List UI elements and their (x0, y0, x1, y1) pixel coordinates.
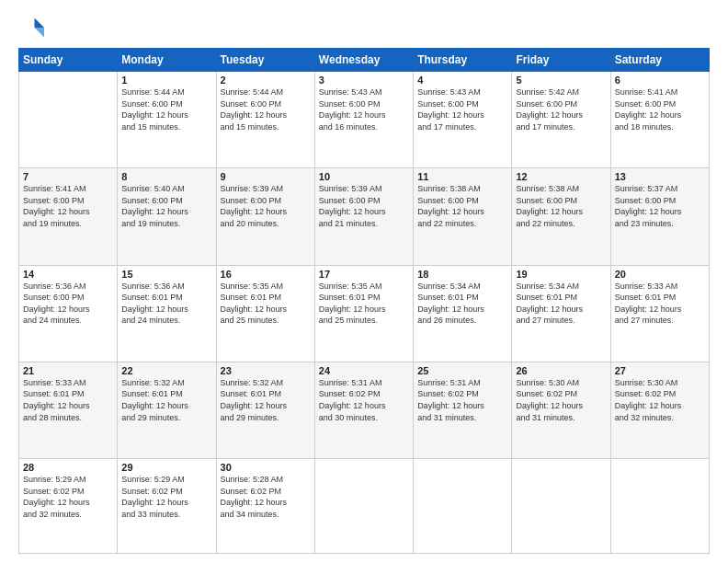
weekday-header-monday: Monday (118, 49, 216, 72)
day-info: Sunrise: 5:37 AM Sunset: 6:00 PM Dayligh… (615, 183, 705, 229)
day-number: 26 (516, 365, 606, 376)
calendar-cell: 29Sunrise: 5:29 AM Sunset: 6:02 PM Dayli… (118, 459, 216, 554)
svg-marker-0 (35, 18, 45, 29)
logo-icon (18, 15, 44, 40)
calendar-cell: 15Sunrise: 5:36 AM Sunset: 6:01 PM Dayli… (118, 265, 216, 362)
calendar-cell (414, 459, 512, 554)
calendar-cell: 7Sunrise: 5:41 AM Sunset: 6:00 PM Daylig… (19, 168, 118, 265)
calendar-body: 1Sunrise: 5:44 AM Sunset: 6:00 PM Daylig… (19, 72, 710, 554)
day-info: Sunrise: 5:30 AM Sunset: 6:02 PM Dayligh… (615, 377, 705, 423)
day-info: Sunrise: 5:41 AM Sunset: 6:00 PM Dayligh… (23, 183, 113, 229)
day-info: Sunrise: 5:30 AM Sunset: 6:02 PM Dayligh… (516, 377, 606, 423)
weekday-header-thursday: Thursday (414, 49, 512, 72)
calendar-cell: 16Sunrise: 5:35 AM Sunset: 6:01 PM Dayli… (216, 265, 314, 362)
day-number: 5 (516, 75, 606, 86)
day-info: Sunrise: 5:33 AM Sunset: 6:01 PM Dayligh… (23, 377, 113, 423)
calendar-cell: 20Sunrise: 5:33 AM Sunset: 6:01 PM Dayli… (610, 265, 709, 362)
day-number: 17 (319, 269, 409, 280)
day-number: 30 (221, 462, 311, 473)
day-info: Sunrise: 5:43 AM Sunset: 6:00 PM Dayligh… (417, 86, 507, 132)
day-info: Sunrise: 5:31 AM Sunset: 6:02 PM Dayligh… (319, 377, 409, 423)
day-number: 19 (516, 269, 606, 280)
calendar-cell: 18Sunrise: 5:34 AM Sunset: 6:01 PM Dayli… (414, 265, 512, 362)
weekday-header-sunday: Sunday (19, 49, 118, 72)
calendar-cell: 9Sunrise: 5:39 AM Sunset: 6:00 PM Daylig… (216, 168, 314, 265)
calendar-cell: 24Sunrise: 5:31 AM Sunset: 6:02 PM Dayli… (314, 362, 413, 458)
calendar-week-2: 7Sunrise: 5:41 AM Sunset: 6:00 PM Daylig… (19, 168, 710, 265)
calendar-cell: 1Sunrise: 5:44 AM Sunset: 6:00 PM Daylig… (118, 72, 216, 168)
day-number: 2 (221, 75, 311, 86)
day-info: Sunrise: 5:43 AM Sunset: 6:00 PM Dayligh… (319, 86, 409, 132)
day-info: Sunrise: 5:41 AM Sunset: 6:00 PM Dayligh… (615, 86, 705, 132)
calendar-cell: 17Sunrise: 5:35 AM Sunset: 6:01 PM Dayli… (314, 265, 413, 362)
calendar-cell (512, 459, 610, 554)
calendar-cell: 23Sunrise: 5:32 AM Sunset: 6:01 PM Dayli… (216, 362, 314, 458)
day-number: 15 (121, 269, 211, 280)
calendar-cell: 21Sunrise: 5:33 AM Sunset: 6:01 PM Dayli… (19, 362, 118, 458)
day-number: 27 (615, 365, 705, 376)
day-number: 13 (615, 171, 705, 182)
weekday-header-friday: Friday (512, 49, 610, 72)
day-info: Sunrise: 5:44 AM Sunset: 6:00 PM Dayligh… (221, 86, 311, 132)
weekday-header-tuesday: Tuesday (216, 49, 314, 72)
day-info: Sunrise: 5:38 AM Sunset: 6:00 PM Dayligh… (516, 183, 606, 229)
day-number: 20 (615, 269, 705, 280)
calendar-cell: 5Sunrise: 5:42 AM Sunset: 6:00 PM Daylig… (512, 72, 610, 168)
calendar-cell: 4Sunrise: 5:43 AM Sunset: 6:00 PM Daylig… (414, 72, 512, 168)
day-info: Sunrise: 5:39 AM Sunset: 6:00 PM Dayligh… (221, 183, 311, 229)
day-info: Sunrise: 5:34 AM Sunset: 6:01 PM Dayligh… (417, 281, 507, 327)
day-info: Sunrise: 5:35 AM Sunset: 6:01 PM Dayligh… (319, 281, 409, 327)
day-number: 16 (221, 269, 311, 280)
day-info: Sunrise: 5:29 AM Sunset: 6:02 PM Dayligh… (121, 474, 211, 520)
calendar-cell: 22Sunrise: 5:32 AM Sunset: 6:01 PM Dayli… (118, 362, 216, 458)
calendar-week-4: 21Sunrise: 5:33 AM Sunset: 6:01 PM Dayli… (19, 362, 710, 458)
day-info: Sunrise: 5:42 AM Sunset: 6:00 PM Dayligh… (516, 86, 606, 132)
calendar-cell (314, 459, 413, 554)
day-info: Sunrise: 5:36 AM Sunset: 6:00 PM Dayligh… (23, 281, 113, 327)
header (18, 15, 710, 40)
day-info: Sunrise: 5:40 AM Sunset: 6:00 PM Dayligh… (121, 183, 211, 229)
day-number: 29 (121, 462, 211, 473)
calendar-cell: 27Sunrise: 5:30 AM Sunset: 6:02 PM Dayli… (610, 362, 709, 458)
calendar-cell (610, 459, 709, 554)
calendar-cell: 10Sunrise: 5:39 AM Sunset: 6:00 PM Dayli… (314, 168, 413, 265)
day-number: 10 (319, 171, 409, 182)
calendar-cell: 25Sunrise: 5:31 AM Sunset: 6:02 PM Dayli… (414, 362, 512, 458)
calendar-week-5: 28Sunrise: 5:29 AM Sunset: 6:02 PM Dayli… (19, 459, 710, 554)
weekday-header-saturday: Saturday (610, 49, 709, 72)
day-number: 22 (121, 365, 211, 376)
calendar-cell: 8Sunrise: 5:40 AM Sunset: 6:00 PM Daylig… (118, 168, 216, 265)
day-number: 25 (417, 365, 507, 376)
day-number: 11 (417, 171, 507, 182)
calendar-cell (19, 72, 118, 168)
calendar-cell: 13Sunrise: 5:37 AM Sunset: 6:00 PM Dayli… (610, 168, 709, 265)
day-number: 7 (23, 171, 113, 182)
logo (18, 15, 48, 40)
day-number: 14 (23, 269, 113, 280)
weekday-header-wednesday: Wednesday (314, 49, 413, 72)
calendar-page: SundayMondayTuesdayWednesdayThursdayFrid… (0, 0, 728, 563)
day-number: 12 (516, 171, 606, 182)
day-info: Sunrise: 5:44 AM Sunset: 6:00 PM Dayligh… (121, 86, 211, 132)
calendar-week-1: 1Sunrise: 5:44 AM Sunset: 6:00 PM Daylig… (19, 72, 710, 168)
day-info: Sunrise: 5:32 AM Sunset: 6:01 PM Dayligh… (221, 377, 311, 423)
day-number: 21 (23, 365, 113, 376)
calendar-cell: 2Sunrise: 5:44 AM Sunset: 6:00 PM Daylig… (216, 72, 314, 168)
weekday-header-row: SundayMondayTuesdayWednesdayThursdayFrid… (19, 49, 710, 72)
day-number: 23 (221, 365, 311, 376)
day-number: 8 (121, 171, 211, 182)
day-info: Sunrise: 5:31 AM Sunset: 6:02 PM Dayligh… (417, 377, 507, 423)
calendar-cell: 30Sunrise: 5:28 AM Sunset: 6:02 PM Dayli… (216, 459, 314, 554)
calendar-cell: 12Sunrise: 5:38 AM Sunset: 6:00 PM Dayli… (512, 168, 610, 265)
day-info: Sunrise: 5:39 AM Sunset: 6:00 PM Dayligh… (319, 183, 409, 229)
day-number: 1 (121, 75, 211, 86)
calendar-cell: 26Sunrise: 5:30 AM Sunset: 6:02 PM Dayli… (512, 362, 610, 458)
day-info: Sunrise: 5:38 AM Sunset: 6:00 PM Dayligh… (417, 183, 507, 229)
day-info: Sunrise: 5:36 AM Sunset: 6:01 PM Dayligh… (121, 281, 211, 327)
day-info: Sunrise: 5:33 AM Sunset: 6:01 PM Dayligh… (615, 281, 705, 327)
day-info: Sunrise: 5:32 AM Sunset: 6:01 PM Dayligh… (121, 377, 211, 423)
day-number: 3 (319, 75, 409, 86)
day-info: Sunrise: 5:28 AM Sunset: 6:02 PM Dayligh… (221, 474, 311, 520)
calendar-cell: 14Sunrise: 5:36 AM Sunset: 6:00 PM Dayli… (19, 265, 118, 362)
calendar-week-3: 14Sunrise: 5:36 AM Sunset: 6:00 PM Dayli… (19, 265, 710, 362)
